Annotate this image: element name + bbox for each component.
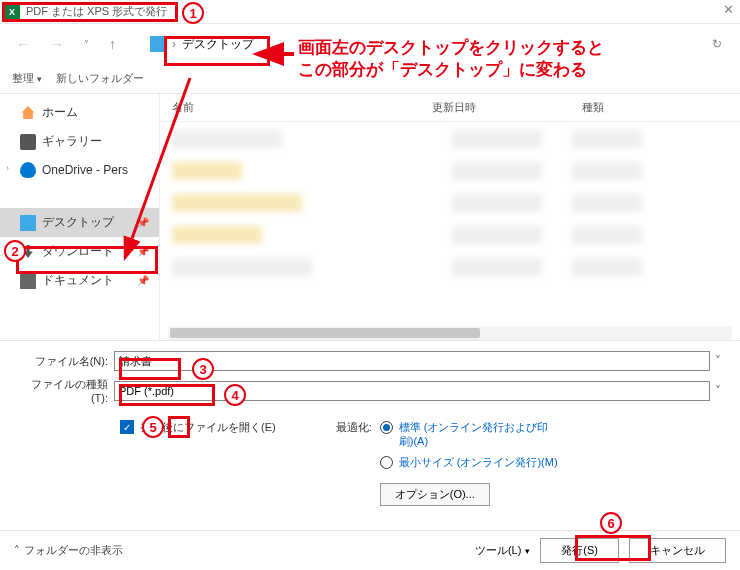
optimize-label: 最適化: — [336, 420, 372, 502]
sidebar-item-gallery[interactable]: ギャラリー — [0, 127, 159, 156]
desktop-icon — [150, 36, 166, 52]
chevron-down-icon: ▾ — [525, 546, 530, 556]
sidebar-item-desktop[interactable]: デスクトップ📌 — [0, 208, 159, 237]
window-title: PDF または XPS 形式で発行 — [26, 4, 167, 19]
sidebar-item-documents[interactable]: ドキュメント📌 — [0, 266, 159, 295]
new-folder-button[interactable]: 新しいフォルダー — [56, 71, 144, 86]
chevron-up-icon: ˄ — [14, 544, 20, 557]
toolbar: 整理▾ 新しいフォルダー — [0, 64, 740, 94]
sidebar-item-home[interactable]: ホーム — [0, 98, 159, 127]
excel-icon: X — [4, 4, 20, 20]
options-button[interactable]: オプション(O)... — [380, 483, 490, 506]
sidebar-item-label: ホーム — [42, 104, 78, 121]
sidebar-item-label: OneDrive - Pers — [42, 163, 128, 177]
chevron-right-icon[interactable]: › — [6, 163, 9, 173]
sidebar-item-onedrive[interactable]: OneDrive - Pers — [0, 156, 159, 184]
sidebar-item-label: ダウンロード — [42, 243, 114, 260]
refresh-icon[interactable]: ↻ — [704, 33, 730, 55]
gallery-icon — [20, 134, 36, 150]
radio-minsize-label: 最小サイズ (オンライン発行)(M) — [399, 455, 558, 469]
pin-icon: 📌 — [137, 246, 149, 257]
chevron-down-icon[interactable]: ˅ — [710, 354, 726, 368]
back-icon[interactable]: ← — [10, 32, 36, 56]
close-icon[interactable]: ✕ — [723, 2, 734, 17]
radio-minsize[interactable] — [380, 456, 393, 469]
filetype-label: ファイルの種類(T): — [14, 377, 114, 404]
radio-standard-label: 標準 (オンライン発行および印刷)(A) — [399, 420, 560, 449]
options-area: ✓ 発行後にファイルを開く(E) 最適化: 標準 (オンライン発行および印刷)(… — [0, 416, 740, 516]
up-icon[interactable]: ↑ — [103, 32, 122, 56]
scroll-thumb[interactable] — [170, 328, 480, 338]
publish-button[interactable]: 発行(S) — [540, 538, 619, 563]
recent-icon[interactable]: ˅ — [78, 35, 95, 54]
desktop-icon — [20, 215, 36, 231]
sidebar-item-label: デスクトップ — [42, 214, 114, 231]
open-after-label: 発行後にファイルを開く(E) — [140, 420, 276, 435]
sidebar: ホーム ギャラリー ›OneDrive - Pers デスクトップ📌 ダウンロー… — [0, 94, 160, 340]
filename-input[interactable] — [114, 351, 710, 371]
footer: ˄ フォルダーの非表示 ツール(L) ▾ 発行(S) キャンセル — [0, 530, 740, 570]
tools-menu[interactable]: ツール(L) ▾ — [475, 543, 530, 558]
filetype-input[interactable] — [114, 381, 710, 401]
column-name[interactable]: 名前 — [172, 100, 432, 115]
file-list[interactable]: 名前 更新日時 種類 — [160, 94, 740, 340]
forward-icon[interactable]: → — [44, 32, 70, 56]
body-area: ホーム ギャラリー ›OneDrive - Pers デスクトップ📌 ダウンロー… — [0, 94, 740, 340]
download-icon — [20, 244, 36, 260]
breadcrumb-location: デスクトップ — [182, 36, 254, 53]
sidebar-item-label: ギャラリー — [42, 133, 102, 150]
sidebar-item-downloads[interactable]: ダウンロード📌 — [0, 237, 159, 266]
cancel-button[interactable]: キャンセル — [629, 538, 726, 563]
pin-icon: 📌 — [137, 275, 149, 286]
column-headers: 名前 更新日時 種類 — [160, 94, 740, 122]
cloud-icon — [20, 162, 36, 178]
tools-label: ツール(L) — [475, 543, 521, 558]
organize-menu[interactable]: 整理▾ — [12, 71, 42, 86]
nav-row: ← → ˅ ↑ › デスクトップ ↻ — [0, 24, 740, 64]
column-type[interactable]: 種類 — [582, 100, 682, 115]
hide-folders-toggle[interactable]: ˄ フォルダーの非表示 — [14, 543, 123, 558]
chevron-down-icon: ▾ — [37, 74, 42, 84]
pin-icon: 📌 — [137, 217, 149, 228]
chevron-right-icon: › — [172, 37, 176, 51]
horizontal-scrollbar[interactable] — [168, 326, 732, 340]
chevron-down-icon[interactable]: ˅ — [710, 384, 726, 398]
document-icon — [20, 273, 36, 289]
title-bar: X PDF または XPS 形式で発行 ✕ — [0, 0, 740, 24]
filename-label: ファイル名(N): — [14, 354, 114, 369]
form-area: ファイル名(N): ˅ ファイルの種類(T): ˅ — [0, 340, 740, 416]
radio-standard[interactable] — [380, 421, 393, 434]
sidebar-item-label: ドキュメント — [42, 272, 114, 289]
hide-folders-label: フォルダーの非表示 — [24, 543, 123, 558]
file-rows — [160, 122, 740, 298]
column-date[interactable]: 更新日時 — [432, 100, 582, 115]
home-icon — [20, 105, 36, 121]
breadcrumb[interactable]: › デスクトップ — [140, 32, 264, 57]
open-after-checkbox[interactable]: ✓ — [120, 420, 134, 434]
